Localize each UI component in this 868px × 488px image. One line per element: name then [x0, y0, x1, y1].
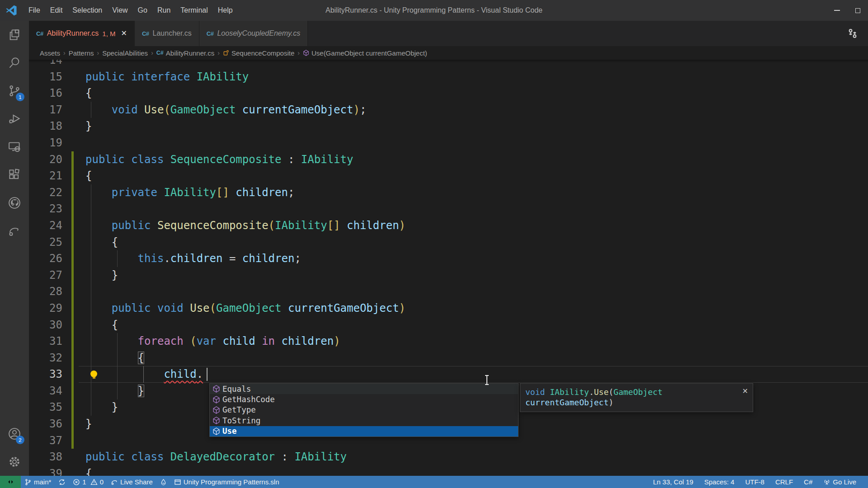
sync-button[interactable] — [55, 476, 69, 488]
suggestion-Equals[interactable]: Equals — [210, 384, 518, 394]
error-icon — [73, 479, 80, 486]
code-line-22[interactable]: 22 private IAbility[] children; — [29, 184, 868, 201]
code-line-25[interactable]: 25 { — [29, 234, 868, 251]
search-icon[interactable] — [0, 49, 29, 77]
code-line-33[interactable]: 33 child. — [29, 366, 868, 383]
code-line-17[interactable]: 17 void Use(GameObject currentGameObject… — [29, 102, 868, 118]
suggestion-GetType[interactable]: GetType — [210, 405, 518, 415]
code-line-content: public void Use(GameObject currentGameOb… — [85, 302, 406, 314]
code-line-38[interactable]: 38public class DelayedDecorator : IAbili… — [29, 449, 868, 465]
code-editor[interactable]: 1415public interface IAbility16{17 void … — [29, 60, 868, 476]
code-token: { — [85, 319, 118, 331]
solution-indicator[interactable]: Unity Programming Patterns.sln — [170, 476, 283, 488]
code-token — [236, 103, 242, 116]
suggestion-ToString[interactable]: ToString — [210, 415, 518, 426]
github-icon[interactable] — [0, 189, 29, 217]
breadcrumb-item-5[interactable]: SequenceComposite — [223, 49, 294, 57]
menu-help[interactable]: Help — [213, 0, 238, 21]
open-changes-icon[interactable] — [847, 28, 858, 39]
code-line-28[interactable]: 28 — [29, 283, 868, 300]
code-line-19[interactable]: 19 — [29, 135, 868, 151]
suggestion-label: GetType — [222, 405, 256, 414]
breadcrumb-item-1[interactable]: Assets — [40, 49, 60, 57]
code-line-content: public class DelayedDecorator : IAbility — [85, 450, 347, 463]
code-line-23[interactable]: 23 — [29, 201, 868, 217]
explorer-icon[interactable] — [0, 21, 29, 49]
lightbulb-icon[interactable] — [90, 371, 97, 377]
live-share-status[interactable]: Live Share — [107, 476, 156, 488]
code-token — [216, 335, 222, 347]
language-indicator[interactable]: C# — [798, 476, 818, 488]
branch-indicator[interactable]: main* — [21, 476, 55, 488]
gutter-modified-indicator — [71, 151, 74, 168]
go-live-button[interactable]: Go Live — [818, 476, 862, 488]
menu-file[interactable]: File — [24, 0, 45, 21]
tab-LooselyCoupledEnemy.cs[interactable]: C#LooselyCoupledEnemy.cs — [199, 21, 308, 46]
code-line-15[interactable]: 15public interface IAbility — [29, 69, 868, 85]
mouse-ibeam-cursor — [486, 376, 487, 384]
code-token: foreach — [138, 335, 184, 347]
encoding-indicator[interactable]: UTF-8 — [740, 476, 770, 488]
code-token: void — [112, 103, 144, 116]
code-line-32[interactable]: 32 { — [29, 350, 868, 366]
extensions-icon[interactable] — [0, 161, 29, 189]
code-line-14[interactable]: 14 — [29, 60, 868, 69]
method-symbol-icon — [212, 427, 222, 435]
code-line-18[interactable]: 18} — [29, 118, 868, 135]
settings-gear-icon[interactable] — [0, 448, 29, 476]
remote-indicator[interactable] — [0, 476, 21, 488]
code-line-24[interactable]: 24 public SequenceComposite(IAbility[] c… — [29, 217, 868, 234]
problems-indicator[interactable]: 1 0 — [69, 476, 107, 488]
tab-Launcher.cs[interactable]: C#Launcher.cs — [135, 21, 199, 46]
code-line-21[interactable]: 21{ — [29, 168, 868, 184]
menu-run[interactable]: Run — [152, 0, 175, 21]
line-col-indicator[interactable]: Ln 33, Col 19 — [647, 476, 698, 488]
code-line-20[interactable]: 20public class SequenceComposite : IAbil… — [29, 151, 868, 168]
menu-edit[interactable]: Edit — [45, 0, 68, 21]
eol-indicator[interactable]: CRLF — [770, 476, 798, 488]
restore-button[interactable] — [847, 0, 868, 21]
code-line-26[interactable]: 26 this.children = children; — [29, 250, 868, 267]
breadcrumb-item-2[interactable]: Patterns — [69, 49, 94, 57]
source-control-icon[interactable]: 1 — [0, 77, 29, 105]
live-share-icon[interactable] — [0, 217, 29, 245]
code-line-content: public interface IAbility — [85, 70, 249, 83]
run-debug-icon[interactable] — [0, 105, 29, 133]
code-token: IAbility — [275, 219, 327, 232]
flame-indicator[interactable] — [156, 476, 170, 488]
menu-view[interactable]: View — [107, 0, 132, 21]
remote-explorer-icon[interactable] — [0, 133, 29, 161]
suggestion-label: Use — [222, 427, 237, 436]
menu-selection[interactable]: Selection — [67, 0, 107, 21]
code-line-29[interactable]: 29 public void Use(GameObject currentGam… — [29, 300, 868, 317]
tab-AbilityRunner.cs[interactable]: C#AbilityRunner.cs1, M✕ — [29, 21, 135, 46]
close-icon[interactable]: ✕ — [742, 386, 748, 396]
line-number: 34 — [29, 383, 66, 399]
code-token: . — [164, 252, 170, 265]
code-line-30[interactable]: 30 { — [29, 317, 868, 333]
code-line-16[interactable]: 16{ — [29, 85, 868, 102]
code-token: IAbility — [301, 153, 354, 166]
indentation-indicator[interactable]: Spaces: 4 — [699, 476, 740, 488]
code-token: GameObject — [216, 302, 282, 314]
menu-go[interactable]: Go — [133, 0, 152, 21]
close-icon[interactable]: ✕ — [121, 30, 127, 37]
code-line-27[interactable]: 27 } — [29, 267, 868, 284]
accounts-icon[interactable]: 2 — [0, 420, 29, 448]
breadcrumb-label: Assets — [40, 49, 60, 57]
code-token: { — [85, 169, 92, 182]
suggestion-Use[interactable]: Use — [210, 426, 518, 436]
breadcrumb-item-4[interactable]: C#AbilityRunner.cs — [156, 49, 215, 57]
code-token: SequenceComposite — [157, 219, 269, 232]
code-line-39[interactable]: 39{ — [29, 465, 868, 476]
menu-terminal[interactable]: Terminal — [175, 0, 212, 21]
code-line-31[interactable]: 31 foreach (var child in children) — [29, 333, 868, 350]
code-token: ) — [353, 103, 359, 116]
line-number: 16 — [29, 85, 66, 102]
suggestion-GetHashCode[interactable]: GetHashCode — [210, 394, 518, 404]
breadcrumb-item-3[interactable]: SpecialAbilities — [102, 49, 148, 57]
method-symbol-icon — [212, 385, 222, 393]
breadcrumb-item-6[interactable]: Use(GameObject currentGameObject) — [303, 49, 427, 57]
suggestion-label: Equals — [222, 385, 251, 394]
minimize-button[interactable] — [826, 0, 847, 21]
